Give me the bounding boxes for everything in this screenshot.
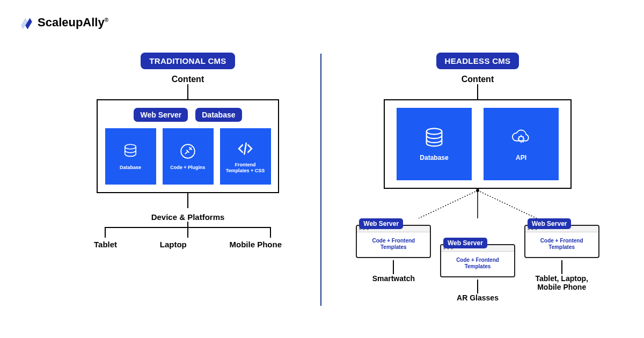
content-label-right: Content — [462, 75, 494, 84]
browser-window: Code + Frontend Templates — [440, 244, 515, 277]
headless-cms-column: HEADLESS CMS Content Database — [349, 53, 606, 302]
card-frontend-templates: Frontend Templates + CSS — [220, 128, 271, 185]
tag-row: Web Server Database — [134, 108, 241, 122]
brand-name: ScaleupAlly® — [38, 16, 108, 30]
web-server-2: Web Server Code + Frontend Templates — [440, 238, 515, 277]
connector-line — [393, 260, 394, 274]
vertical-divider — [320, 54, 321, 306]
plugin-icon — [179, 142, 197, 160]
card-row: Database Code + Plugins — [105, 128, 271, 185]
web-server-1: Web Server Code + Frontend Templates — [356, 218, 431, 258]
database-icon — [121, 142, 140, 160]
card-database-right: Database — [397, 108, 472, 180]
endpoint-ar-glasses: AR Glasses — [457, 293, 499, 302]
card-database: Database — [105, 128, 156, 185]
brand-logo: ScaleupAlly® — [19, 15, 108, 30]
endpoints-left: Tablet Laptop Mobile Phone — [94, 240, 282, 249]
logo-mark-icon — [19, 15, 34, 30]
web-server-3: Web Server Code + Frontend Templates — [524, 218, 599, 258]
traditional-cms-column: TRADITIONAL CMS Content Web Server Datab… — [80, 53, 295, 249]
svg-line-6 — [478, 190, 537, 218]
endpoint-tablet: Tablet — [94, 240, 117, 249]
browser-window: Code + Frontend Templates — [524, 225, 599, 258]
browser-window: Code + Frontend Templates — [356, 225, 431, 258]
connector-line — [187, 193, 188, 208]
monolith-box: Web Server Database Database — [97, 99, 279, 193]
fanout-connector — [397, 189, 558, 218]
connector-line — [477, 280, 478, 293]
svg-line-4 — [419, 190, 478, 218]
cloud-gear-icon — [509, 126, 533, 150]
connector-line — [561, 260, 562, 274]
device-platforms-label: Device & Platforms — [151, 212, 225, 222]
content-label-left: Content — [172, 75, 204, 84]
database-tag: Database — [195, 108, 241, 122]
svg-point-0 — [125, 144, 136, 149]
endpoint-laptop: Laptop — [160, 240, 187, 249]
web-server-tag: Web Server — [359, 218, 403, 229]
title-badge-headless: HEADLESS CMS — [436, 53, 519, 69]
endpoint-mobile: Mobile Phone — [230, 240, 282, 249]
connector-line — [477, 84, 478, 99]
card-code-plugins: Code + Plugins — [163, 128, 214, 185]
connector-line — [187, 84, 188, 99]
endpoint-multi-device: Tablet, Laptop, Mobile Phone — [527, 274, 597, 291]
title-badge-traditional: TRADITIONAL CMS — [141, 53, 235, 69]
card-api: API — [484, 108, 559, 180]
web-server-tag: Web Server — [443, 238, 487, 248]
endpoint-smartwatch: Smartwatch — [372, 274, 415, 283]
three-way-split — [105, 222, 271, 238]
code-icon — [236, 139, 254, 158]
svg-point-2 — [427, 129, 442, 135]
backend-box: Database API — [384, 99, 572, 189]
web-server-tag: Web Server — [528, 218, 572, 229]
database-icon — [422, 126, 446, 150]
web-server-tag: Web Server — [134, 108, 188, 122]
server-and-endpoints: Web Server Code + Frontend Templates Sma… — [352, 218, 604, 302]
